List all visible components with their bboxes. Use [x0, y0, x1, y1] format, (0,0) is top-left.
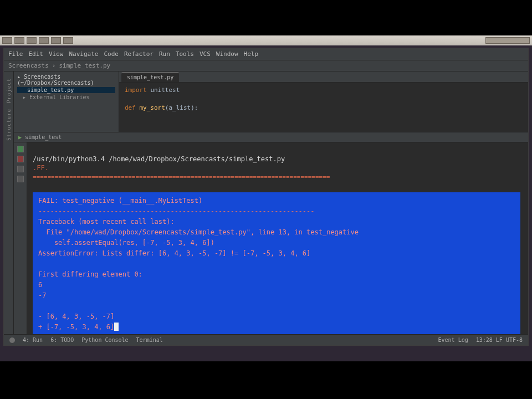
status-bar: 4: Run 6: TODO Python Console Terminal E…	[4, 334, 528, 345]
assertion-error: AssertionError: Lists differ: [6, 4, 3, …	[38, 249, 310, 257]
menubar: File Edit View Navigate Code Refactor Ru…	[4, 48, 528, 60]
console-command: /usr/bin/python3.4 /home/wad/Dropbox/Scr…	[33, 155, 285, 163]
os-taskbar[interactable]	[0, 35, 532, 45]
diff-a: 6	[38, 281, 42, 289]
run-stop-button[interactable]	[17, 156, 24, 162]
run-config-name[interactable]: simple_test	[25, 134, 62, 140]
menu-view[interactable]: View	[49, 50, 64, 58]
first-diff-label: First differing element 0:	[38, 270, 142, 278]
code-area[interactable]: import unittest def my_sort(a_list):	[119, 83, 528, 116]
project-tree[interactable]: ▸ Screencasts (~/Dropbox/Screencasts) si…	[14, 71, 119, 132]
tool-stripe-left[interactable]: Project Structure	[4, 71, 14, 334]
selected-output[interactable]: FAIL: test_negative (__main__.MyListTest…	[33, 192, 520, 334]
status-terminal[interactable]: Terminal	[136, 337, 163, 343]
breadcrumb[interactable]: Screencasts › simple_test.py	[8, 62, 110, 69]
menu-vcs[interactable]: VCS	[200, 50, 211, 58]
run-rerun-button[interactable]	[17, 146, 24, 152]
menu-run[interactable]: Run	[159, 50, 170, 58]
menu-tools[interactable]: Tools	[176, 50, 194, 58]
menu-code[interactable]: Code	[104, 50, 119, 58]
external-libraries-node[interactable]: ▸ External Libraries	[17, 94, 115, 100]
taskbar-app-icon[interactable]	[39, 37, 49, 44]
editor-tabs: simple_test.py	[119, 71, 528, 83]
ide-window: File Edit View Navigate Code Refactor Ru…	[3, 48, 529, 346]
taskbar-app-icon[interactable]	[27, 37, 37, 44]
editor-pane[interactable]: simple_test.py import unittest def my_so…	[119, 71, 528, 132]
status-todo[interactable]: 6: TODO	[50, 337, 74, 343]
diff-minus: - [6, 4, 3, -5, -7]	[38, 313, 114, 320]
fail-header: FAIL: test_negative (__main__.MyListTest…	[38, 197, 202, 204]
navigation-bar: Screencasts › simple_test.py	[4, 60, 528, 71]
dash-line: ----------------------------------------…	[38, 207, 315, 215]
status-event-log[interactable]: Event Log	[438, 337, 468, 343]
separator-line: ========================================…	[33, 173, 523, 181]
project-tool-label[interactable]: Project	[6, 78, 12, 103]
menu-window[interactable]: Window	[216, 50, 238, 58]
run-header[interactable]: ▶ simple_test	[14, 132, 528, 142]
project-file-node[interactable]: simple_test.py	[17, 87, 115, 93]
taskbar-app-icon[interactable]	[2, 37, 12, 44]
breadcrumb-file[interactable]: simple_test.py	[59, 62, 110, 69]
run-toggle-button[interactable]	[17, 166, 24, 172]
run-toolbar	[14, 142, 27, 334]
text-cursor	[114, 323, 119, 331]
taskbar-app-icon[interactable]	[51, 37, 61, 44]
run-tool-window: ▶ simple_test /usr/bin/python3.4 /home/w…	[14, 132, 528, 334]
project-root-node[interactable]: ▸ Screencasts (~/Dropbox/Screencasts)	[17, 74, 115, 86]
menu-refactor[interactable]: Refactor	[124, 50, 154, 58]
editor-tab[interactable]: simple_test.py	[121, 72, 179, 82]
diff-b: -7	[38, 291, 46, 299]
status-indicator-icon[interactable]	[9, 337, 15, 343]
taskbar-app-icon[interactable]	[63, 37, 73, 44]
status-cursor-encoding[interactable]: 13:28 LF UTF-8	[476, 337, 523, 343]
menu-navigate[interactable]: Navigate	[69, 50, 99, 58]
menu-edit[interactable]: Edit	[29, 50, 44, 58]
breadcrumb-project[interactable]: Screencasts	[8, 62, 49, 69]
traceback-call: self.assertEqual(res, [-7, -5, 3, 4, 6])	[38, 239, 214, 247]
run-clear-button[interactable]	[17, 176, 24, 182]
menu-file[interactable]: File	[8, 50, 23, 58]
console-output[interactable]: /usr/bin/python3.4 /home/wad/Dropbox/Scr…	[27, 142, 528, 334]
run-icon: ▶	[18, 134, 22, 140]
breadcrumb-sep: ›	[52, 62, 56, 69]
status-run[interactable]: 4: Run	[23, 337, 43, 343]
traceback-file: File "/home/wad/Dropbox/Screencasts/simp…	[38, 228, 359, 236]
test-result-summary: .FF.	[33, 164, 49, 172]
diff-plus: + [-7, -5, 3, 4, 6]	[38, 323, 114, 331]
system-tray[interactable]	[485, 37, 530, 44]
traceback-intro: Traceback (most recent call last):	[38, 218, 175, 226]
status-python-console[interactable]: Python Console	[81, 337, 128, 343]
menu-help[interactable]: Help	[244, 50, 259, 58]
structure-tool-label[interactable]: Structure	[6, 109, 12, 141]
taskbar-app-icon[interactable]	[14, 37, 24, 44]
